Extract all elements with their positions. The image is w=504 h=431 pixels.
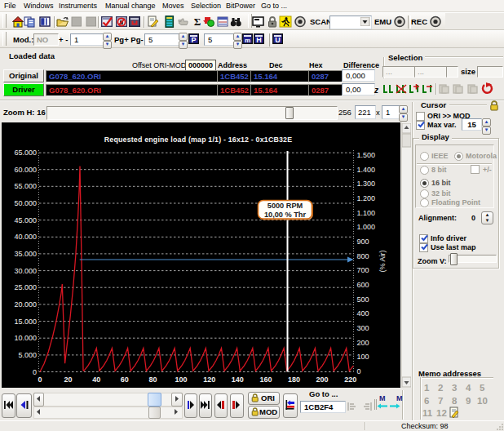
svg-text:700: 700 [357,266,369,274]
svg-text:15.000: 15.000 [14,318,37,326]
svg-text:0: 0 [357,367,361,375]
svg-text:100: 100 [357,353,369,361]
svg-text:H: H [256,36,262,44]
svg-text:25.000: 25.000 [14,283,37,291]
svg-text:100: 100 [175,375,187,384]
svg-text:500: 500 [357,295,369,304]
svg-text:120: 120 [203,375,215,384]
svg-text:220: 220 [344,375,356,384]
svg-text:10.000: 10.000 [14,334,37,342]
svg-text:160: 160 [259,375,272,384]
svg-text:(% Air): (% Air) [378,250,387,272]
svg-text:P: P [191,36,196,44]
svg-text:5.000: 5.000 [18,351,37,359]
svg-text:20: 20 [64,375,73,384]
svg-text:200: 200 [357,339,369,347]
svg-text:80: 80 [148,375,157,384]
svg-text:30.000: 30.000 [14,267,37,275]
svg-text:40: 40 [92,375,100,384]
svg-text:300: 300 [357,324,369,332]
svg-text:200: 200 [316,375,329,384]
svg-text:45.000: 45.000 [14,216,37,224]
svg-text:U: U [275,36,281,44]
svg-text:10,00 % Thr: 10,00 % Thr [264,211,306,219]
svg-text:35.000: 35.000 [14,250,37,258]
svg-text:m: m [245,37,250,44]
svg-text:1.400: 1.400 [357,166,376,174]
svg-text:60: 60 [121,375,129,384]
svg-text:180: 180 [288,375,300,384]
svg-text:20.000: 20.000 [14,300,37,309]
svg-text:0: 0 [38,375,42,384]
svg-text:600: 600 [357,281,369,289]
svg-text:1.200: 1.200 [357,194,376,202]
svg-text:1.300: 1.300 [357,180,376,188]
svg-text:Σ: Σ [194,16,201,28]
svg-text:65.000: 65.000 [14,149,37,157]
svg-text:5000 RPM: 5000 RPM [267,202,303,210]
svg-text:1.500: 1.500 [357,151,376,159]
svg-text:140: 140 [232,375,244,384]
svg-text:400: 400 [357,309,369,318]
svg-text:Requested engine load (map 1/1: Requested engine load (map 1/1) - 16x12 … [104,136,293,144]
svg-text:800: 800 [357,252,369,260]
svg-text:55.000: 55.000 [14,182,37,190]
svg-text:1.100: 1.100 [357,209,376,217]
svg-text:40.000: 40.000 [14,233,37,241]
svg-text:50.000: 50.000 [14,199,37,207]
svg-text:1.000: 1.000 [357,223,376,231]
svg-text:60.000: 60.000 [14,166,37,174]
svg-text:0: 0 [33,368,37,376]
svg-text:900: 900 [357,238,369,246]
